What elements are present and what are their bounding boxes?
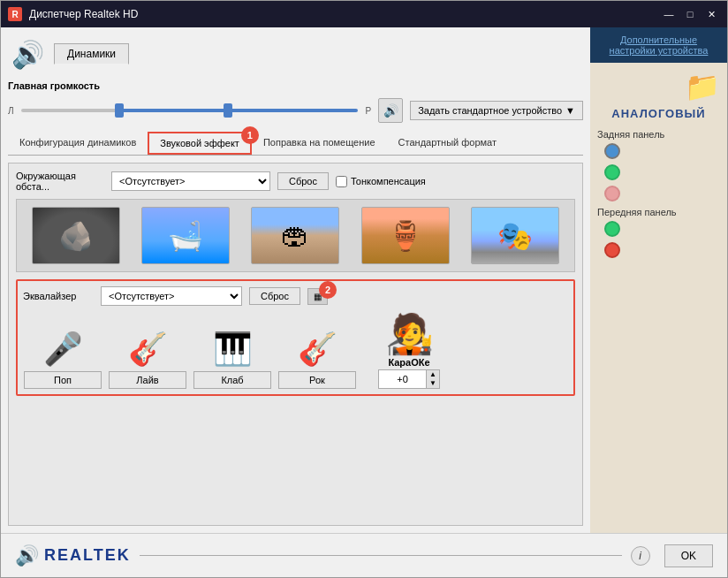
karaoke-spinner-buttons: ▲ ▼ [426, 370, 439, 388]
preset-live: 🎸 Лайв [108, 319, 187, 389]
scene-colosseum[interactable]: 🏟 [251, 207, 339, 264]
preset-rock-button[interactable]: Рок [278, 371, 356, 389]
karaoke-icon: 🧑‍🎤 [385, 311, 434, 357]
ok-button[interactable]: OK [664, 544, 713, 567]
analog-title: АНАЛОГОВЫЙ [597, 107, 720, 120]
preset-rock-icon: 🎸 [298, 319, 337, 368]
app-icon: R [8, 7, 22, 21]
karaoke-decrement-button[interactable]: ▼ [427, 379, 439, 388]
right-panel: Дополнительные настройки устройства 📁 АН… [590, 27, 727, 533]
eq-reset-button[interactable]: Сброс [249, 287, 300, 305]
scenes-row: 🪨 🛁 🏟 🏺 🎭 [16, 199, 575, 272]
karaoke-label: КараОКе [388, 357, 429, 368]
scene-stone[interactable]: 🪨 [32, 207, 120, 264]
analog-section: 📁 АНАЛОГОВЫЙ Задняя панель Передняя пане… [590, 63, 727, 533]
device-tab-bar: 🔊 Динамики [8, 34, 583, 73]
window-controls: — □ ✕ [660, 6, 720, 22]
badge-2: 2 [319, 281, 337, 299]
left-channel-label: Л [8, 106, 14, 116]
karaoke-value: +0 [379, 372, 426, 386]
toncomp-label: Тонкомпенсация [351, 176, 426, 186]
volume-section: Л Р 🔊 Задать стандартное устройство ▼ [8, 98, 583, 123]
dot-blue[interactable] [604, 143, 620, 159]
right-channel-label: Р [365, 106, 371, 116]
karaoke-increment-button[interactable]: ▲ [427, 370, 439, 379]
bottom-separator [140, 555, 622, 556]
minimize-button[interactable]: — [660, 6, 678, 22]
bottom-bar: 🔊 REALTEK i OK [1, 533, 727, 577]
presets-row: 🎤 Поп 🎸 Лайв 🎹 Клаб 🎸 [23, 311, 568, 389]
realtek-logo-icon: 🔊 [15, 544, 39, 567]
environment-select[interactable]: <Отсутствует> [111, 171, 270, 191]
volume-slider-container [21, 109, 359, 112]
badge-1: 1 [241, 126, 259, 144]
toncomp-checkbox-row: Тонкомпенсация [336, 176, 426, 187]
eq-section: Эквалайзер <Отсутствует> Сброс ▦ 2 [16, 279, 575, 396]
title-bar: R Диспетчер Realtek HD — □ ✕ [1, 1, 727, 27]
preset-live-button[interactable]: Лайв [109, 371, 186, 389]
dot-green2[interactable] [604, 221, 620, 237]
dot-red[interactable] [604, 242, 620, 258]
tabs-bar: Конфигурация динамиков Звуковой эффект 1… [8, 132, 583, 156]
tab-room[interactable]: Поправка на помещение [252, 132, 387, 155]
window-title: Диспетчер Realtek HD [29, 8, 660, 20]
main-window: R Диспетчер Realtek HD — □ ✕ 🔊 Динамики … [0, 0, 728, 578]
preset-pop-button[interactable]: Поп [24, 371, 102, 389]
left-panel: 🔊 Динамики Главная громкость Л Р 🔊 [1, 27, 590, 533]
environment-label: Окружающая обста... [16, 171, 104, 192]
mute-button[interactable]: 🔊 [378, 98, 403, 123]
speakers-icon: 🔊 [11, 39, 44, 70]
effects-panel: Окружающая обста... <Отсутствует> Сброс … [8, 163, 583, 526]
volume-title: Главная громкость [8, 80, 100, 91]
tab-speakers[interactable]: Конфигурация динамиков [8, 132, 148, 155]
device-icon: 🔊 [8, 34, 47, 73]
info-button[interactable]: i [631, 546, 650, 566]
dot-green[interactable] [604, 164, 620, 180]
toncomp-checkbox[interactable] [336, 176, 347, 187]
karaoke-spinner: +0 ▲ ▼ [378, 369, 440, 389]
preset-pop: 🎤 Поп [23, 319, 102, 389]
left-slider-thumb[interactable] [115, 103, 124, 118]
front-panel-label: Передняя панель [597, 207, 720, 217]
tab-format[interactable]: Стандартный формат [387, 132, 508, 155]
additional-settings-link[interactable]: Дополнительные настройки устройства [590, 27, 727, 63]
front-panel-dots [604, 221, 720, 258]
preset-live-icon: 🎸 [128, 319, 168, 368]
env-reset-button[interactable]: Сброс [277, 172, 329, 190]
maximize-button[interactable]: □ [681, 6, 699, 22]
device-tab[interactable]: Динамики [54, 43, 129, 65]
back-panel-dots [604, 143, 720, 202]
realtek-logo: 🔊 REALTEK [15, 544, 131, 567]
tab-sound-effect[interactable]: Звуковой эффект 1 [148, 132, 252, 155]
back-panel-label: Задняя панель [597, 129, 720, 140]
scene-bath[interactable]: 🛁 [141, 207, 230, 264]
folder-icon: 📁 [597, 70, 720, 103]
scene-egypt[interactable]: 🏺 [361, 207, 450, 264]
set-default-label: Задать стандартное устройство [418, 105, 562, 116]
eq-label: Эквалайзер [23, 291, 94, 301]
preset-club: 🎹 Клаб [193, 319, 272, 389]
preset-club-button[interactable]: Клаб [193, 371, 271, 389]
preset-rock: 🎸 Рок [277, 319, 357, 389]
scene-opera[interactable]: 🎭 [471, 207, 559, 264]
environment-row: Окружающая обста... <Отсутствует> Сброс … [16, 171, 575, 192]
realtek-brand-text: REALTEK [44, 546, 131, 565]
volume-slider[interactable] [21, 109, 359, 112]
set-default-button[interactable]: Задать стандартное устройство ▼ [410, 101, 583, 120]
main-content: 🔊 Динамики Главная громкость Л Р 🔊 [1, 27, 727, 533]
eq-select[interactable]: <Отсутствует> [101, 286, 242, 306]
karaoke-box: 🧑‍🎤 КараОКе +0 ▲ ▼ [369, 311, 449, 389]
close-button[interactable]: ✕ [702, 6, 720, 22]
dot-pink[interactable] [604, 186, 620, 202]
set-default-dropdown-icon[interactable]: ▼ [565, 105, 575, 116]
eq-row: Эквалайзер <Отсутствует> Сброс ▦ 2 [23, 286, 568, 306]
preset-club-icon: 🎹 [213, 319, 253, 368]
right-slider-thumb[interactable] [224, 103, 232, 118]
preset-pop-icon: 🎤 [43, 319, 83, 368]
